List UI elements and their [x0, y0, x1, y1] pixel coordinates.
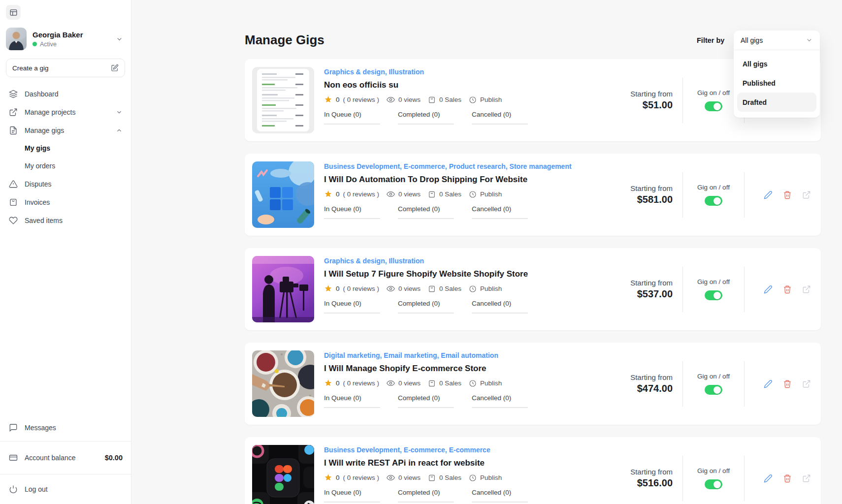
sidebar-item-disputes[interactable]: Disputes [0, 175, 131, 193]
rating-stat: 0 ( 0 reviews ) [324, 95, 379, 104]
sales-stat: 0 Sales [428, 285, 461, 293]
create-gig-label: Create a gig [12, 64, 49, 72]
divider [744, 361, 745, 407]
gig-on-off-toggle[interactable] [705, 385, 722, 395]
sidebar-item-dashboard[interactable]: Dashboard [0, 85, 131, 103]
starting-from-label: Starting from [600, 468, 673, 476]
star-icon [324, 379, 332, 387]
sidebar-item-label: Dashboard [25, 90, 123, 98]
gig-thumbnail-windows[interactable] [252, 161, 314, 228]
chat-bubble-icon [8, 423, 18, 432]
sidebar-item-my-gigs[interactable]: My gigs [0, 139, 131, 157]
sidebar-item-messages[interactable]: Messages [0, 414, 131, 441]
edit-gig-button[interactable] [764, 190, 773, 199]
sidebar-item-label: Manage projects [25, 108, 109, 116]
filter-option-all-gigs[interactable]: All gigs [737, 54, 816, 73]
clock-icon [469, 190, 477, 198]
gig-category-link[interactable]: Graphics & design, Illustration [324, 257, 600, 265]
status-dot [32, 42, 37, 46]
gig-thumbnail-videographer[interactable] [252, 256, 314, 322]
filter-option-drafted[interactable]: Drafted [737, 93, 816, 112]
edit-gig-button[interactable] [764, 379, 773, 388]
gig-on-off-toggle[interactable] [705, 479, 722, 489]
sidebar-item-manage-gigs[interactable]: Manage gigs [0, 121, 131, 139]
gig-title[interactable]: I Will write REST APi in react for websi… [324, 458, 600, 468]
open-gig-button[interactable] [802, 379, 811, 388]
delete-gig-button[interactable] [783, 285, 792, 294]
gig-thumbnail-paint-buckets[interactable] [252, 350, 314, 417]
queue-tab-completed[interactable]: Completed (0) [398, 111, 454, 125]
sidebar-item-log-out[interactable]: Log out [0, 474, 131, 504]
gig-title[interactable]: I Will Do Automation To Drop Shipping Fo… [324, 175, 600, 185]
avatar [6, 28, 27, 50]
queue-tab-cancelled[interactable]: Cancelled (0) [472, 300, 528, 314]
user-profile[interactable]: Georgia Baker Active [0, 20, 131, 50]
edit-gig-button[interactable] [764, 474, 773, 483]
sidebar-item-label: Log out [25, 485, 48, 493]
edit-square-icon [111, 64, 119, 72]
delete-gig-button[interactable] [783, 379, 792, 388]
gig-category-link[interactable]: Business Development, E-commerce, E-comm… [324, 446, 600, 454]
sidebar: Georgia Baker Active Create a gig Dashbo… [0, 0, 131, 504]
gig-on-off-toggle[interactable] [705, 196, 722, 206]
queue-tab-completed[interactable]: Completed (0) [398, 205, 454, 219]
sidebar-item-my-orders[interactable]: My orders [0, 157, 131, 175]
queue-tab-completed[interactable]: Completed (0) [398, 300, 454, 314]
chevron-down-icon [806, 36, 813, 44]
chevron-down-icon[interactable] [116, 35, 123, 43]
user-status: Active [40, 41, 57, 48]
publish-stat: Publish [469, 190, 502, 198]
queue-tab-in-queue[interactable]: In Queue (0) [324, 489, 380, 503]
queue-tab-in-queue[interactable]: In Queue (0) [324, 300, 380, 314]
filter-option-published[interactable]: Published [737, 73, 816, 93]
sidebar-toggle-button[interactable] [6, 5, 21, 20]
gig-category-link[interactable]: Business Development, E-commerce, Produc… [324, 162, 600, 170]
gig-title[interactable]: Non eos officiis su [324, 80, 600, 90]
gig-on-off-toggle[interactable] [705, 290, 722, 300]
open-gig-button[interactable] [802, 474, 811, 483]
divider [744, 456, 745, 501]
eye-icon [387, 284, 395, 293]
gig-thumbnail-document[interactable] [252, 67, 314, 133]
queue-tab-cancelled[interactable]: Cancelled (0) [472, 111, 528, 125]
eye-icon [387, 95, 395, 104]
queue-tab-cancelled[interactable]: Cancelled (0) [472, 205, 528, 219]
queue-tab-in-queue[interactable]: In Queue (0) [324, 111, 380, 125]
views-stat: 0 views [387, 95, 421, 104]
gig-price: $474.00 [600, 383, 673, 394]
user-name: Georgia Baker [32, 31, 116, 39]
gig-category-link[interactable]: Digital marketing, Email marketing, Emai… [324, 351, 600, 359]
sidebar-item-saved-items[interactable]: Saved items [0, 211, 131, 229]
queue-tab-in-queue[interactable]: In Queue (0) [324, 205, 380, 219]
gig-category-link[interactable]: Graphics & design, Illustration [324, 68, 600, 76]
queue-tab-cancelled[interactable]: Cancelled (0) [472, 489, 528, 503]
divider [744, 172, 745, 218]
gig-thumbnail-figma-keycaps[interactable] [252, 445, 314, 504]
star-icon [324, 190, 332, 198]
open-gig-button[interactable] [802, 285, 811, 294]
create-gig-button[interactable]: Create a gig [6, 59, 125, 77]
delete-gig-button[interactable] [783, 474, 792, 483]
filter-select[interactable]: All gigs [734, 31, 820, 50]
sidebar-item-invoices[interactable]: Invoices [0, 193, 131, 211]
delete-gig-button[interactable] [783, 190, 792, 199]
queue-tab-completed[interactable]: Completed (0) [398, 394, 454, 408]
sidebar-item-manage-projects[interactable]: Manage projects [0, 103, 131, 121]
gig-on-off-toggle[interactable] [705, 101, 722, 111]
bag-icon [428, 190, 436, 198]
gig-title[interactable]: I Will Setup 7 Figure Shopify Website Sh… [324, 269, 600, 279]
filter-dropdown: All gigs All gigs Published Drafted [734, 31, 820, 118]
rating-stat: 0 ( 0 reviews ) [324, 473, 379, 482]
power-icon [8, 485, 18, 494]
open-gig-button[interactable] [802, 190, 811, 199]
gig-price: $516.00 [600, 477, 673, 489]
sidebar-item-account-balance[interactable]: Account balance $0.00 [0, 441, 131, 474]
queue-tab-in-queue[interactable]: In Queue (0) [324, 394, 380, 408]
edit-gig-button[interactable] [764, 285, 773, 294]
queue-tab-cancelled[interactable]: Cancelled (0) [472, 394, 528, 408]
eye-icon [387, 379, 395, 387]
gig-title[interactable]: I Will Manage Shopify E-commerce Store [324, 364, 600, 374]
queue-tab-completed[interactable]: Completed (0) [398, 489, 454, 503]
starting-from-label: Starting from [600, 184, 673, 192]
starting-from-label: Starting from [600, 373, 673, 381]
